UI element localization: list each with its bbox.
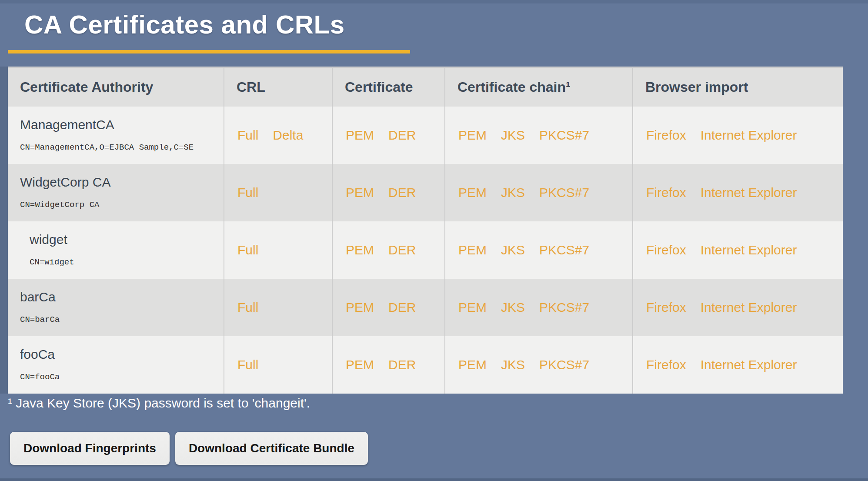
- certificate-chain-link[interactable]: JKS: [501, 185, 525, 200]
- title-underline: [8, 50, 410, 53]
- table-row: barCaCN=barCaFullPEMDERPEMJKSPKCS#7Firef…: [8, 279, 843, 336]
- certificate-cell: PEMDER: [332, 107, 445, 164]
- column-header-crl: CRL: [224, 67, 332, 107]
- chain-cell: PEMJKSPKCS#7: [445, 164, 633, 221]
- browser-cell: FirefoxInternet Explorer: [633, 164, 843, 221]
- certificate-link[interactable]: DER: [388, 357, 416, 372]
- certificate-chain-link[interactable]: PKCS#7: [539, 357, 589, 372]
- browser-import-link[interactable]: Internet Explorer: [701, 128, 797, 142]
- browser-import-link[interactable]: Firefox: [646, 357, 686, 372]
- crl-link[interactable]: Full: [237, 243, 258, 257]
- browser-import-link[interactable]: Internet Explorer: [701, 300, 797, 314]
- crl-cell: Full: [224, 221, 332, 279]
- crl-link[interactable]: Delta: [273, 128, 303, 142]
- certificate-chain-link[interactable]: JKS: [501, 243, 525, 257]
- browser-import-link[interactable]: Internet Explorer: [701, 185, 797, 200]
- certificate-link[interactable]: DER: [388, 128, 416, 142]
- browser-cell: FirefoxInternet Explorer: [633, 336, 843, 394]
- certificate-chain-link[interactable]: PKCS#7: [539, 128, 589, 142]
- certificate-chain-link[interactable]: PEM: [458, 128, 487, 142]
- browser-import-link[interactable]: Firefox: [646, 185, 686, 200]
- crl-cell: FullDelta: [224, 107, 332, 164]
- browser-cell: FirefoxInternet Explorer: [633, 107, 843, 164]
- ca-dn: CN=ManagementCA,O=EJBCA Sample,C=SE: [20, 144, 219, 152]
- bottom-edge: [0, 478, 868, 481]
- browser-cell: FirefoxInternet Explorer: [633, 221, 843, 279]
- chain-cell: PEMJKSPKCS#7: [445, 221, 633, 279]
- crl-link[interactable]: Full: [237, 128, 258, 142]
- ca-name: fooCa: [20, 348, 219, 361]
- browser-import-link[interactable]: Internet Explorer: [701, 357, 797, 372]
- ca-dn: CN=WidgetCorp CA: [20, 201, 219, 209]
- ca-name: ManagementCA: [20, 118, 219, 131]
- certificate-chain-link[interactable]: PKCS#7: [539, 243, 589, 257]
- top-edge: [0, 0, 868, 3]
- table-row: widgetCN=widgetFullPEMDERPEMJKSPKCS#7Fir…: [8, 221, 843, 279]
- crl-link[interactable]: Full: [237, 357, 258, 372]
- certificate-chain-link[interactable]: PEM: [458, 357, 487, 372]
- ca-dn: CN=widget: [20, 258, 219, 267]
- certificate-link[interactable]: PEM: [346, 300, 374, 314]
- certificate-chain-link[interactable]: JKS: [501, 300, 525, 314]
- certificate-cell: PEMDER: [332, 336, 445, 394]
- chain-cell: PEMJKSPKCS#7: [445, 336, 633, 394]
- ca-name: WidgetCorp CA: [20, 176, 219, 189]
- ca-dn: CN=barCa: [20, 316, 219, 324]
- certificate-link[interactable]: PEM: [346, 128, 374, 142]
- certificate-chain-link[interactable]: PKCS#7: [539, 300, 589, 314]
- table-body: ManagementCACN=ManagementCA,O=EJBCA Samp…: [8, 107, 843, 394]
- certificate-link[interactable]: DER: [388, 300, 416, 314]
- certificate-chain-link[interactable]: PKCS#7: [539, 185, 589, 200]
- crl-cell: Full: [224, 336, 332, 394]
- crl-cell: Full: [224, 279, 332, 336]
- column-header-certificate-authority: Certificate Authority: [8, 67, 224, 107]
- column-header-certificate-chain: Certificate chain¹: [445, 67, 633, 107]
- crl-link[interactable]: Full: [237, 185, 258, 200]
- browser-import-link[interactable]: Firefox: [646, 243, 686, 257]
- crl-link[interactable]: Full: [237, 300, 258, 314]
- certificate-link[interactable]: PEM: [346, 185, 374, 200]
- certificate-link[interactable]: DER: [388, 185, 416, 200]
- certificate-cell: PEMDER: [332, 221, 445, 279]
- certificate-chain-link[interactable]: JKS: [501, 357, 525, 372]
- certificate-chain-link[interactable]: JKS: [501, 128, 525, 142]
- page-title: CA Certificates and CRLs: [0, 0, 868, 40]
- chain-cell: PEMJKSPKCS#7: [445, 107, 633, 164]
- ca-cell: WidgetCorp CACN=WidgetCorp CA: [8, 164, 224, 221]
- table-header-row: Certificate Authority CRL Certificate Ce…: [8, 67, 843, 107]
- certificate-chain-link[interactable]: PEM: [458, 300, 487, 314]
- table-row: WidgetCorp CACN=WidgetCorp CAFullPEMDERP…: [8, 164, 843, 221]
- certificate-link[interactable]: DER: [388, 243, 416, 257]
- jks-footnote: ¹ Java Key Store (JKS) password is set t…: [8, 395, 868, 411]
- ca-cell: barCaCN=barCa: [8, 279, 224, 336]
- table-row: ManagementCACN=ManagementCA,O=EJBCA Samp…: [8, 107, 843, 164]
- certificate-cell: PEMDER: [332, 279, 445, 336]
- browser-import-link[interactable]: Firefox: [646, 128, 686, 142]
- column-header-browser-import: Browser import: [633, 67, 843, 107]
- browser-import-link[interactable]: Internet Explorer: [701, 243, 797, 257]
- download-fingerprints-button[interactable]: Download Fingerprints: [10, 432, 170, 465]
- certificate-chain-link[interactable]: PEM: [458, 243, 487, 257]
- ca-cell: ManagementCACN=ManagementCA,O=EJBCA Samp…: [8, 107, 224, 164]
- column-header-certificate: Certificate: [332, 67, 445, 107]
- certificate-cell: PEMDER: [332, 164, 445, 221]
- crl-cell: Full: [224, 164, 332, 221]
- button-row: Download Fingerprints Download Certifica…: [10, 432, 868, 465]
- ca-dn: CN=fooCa: [20, 373, 219, 381]
- ca-name: widget: [20, 233, 219, 246]
- ca-certificates-table: Certificate Authority CRL Certificate Ce…: [8, 67, 843, 394]
- ca-table-container: Certificate Authority CRL Certificate Ce…: [0, 67, 843, 394]
- download-certificate-bundle-button[interactable]: Download Certificate Bundle: [175, 432, 368, 465]
- ca-name: barCa: [20, 291, 219, 304]
- table-row: fooCaCN=fooCaFullPEMDERPEMJKSPKCS#7Firef…: [8, 336, 843, 394]
- browser-import-link[interactable]: Firefox: [646, 300, 686, 314]
- chain-cell: PEMJKSPKCS#7: [445, 279, 633, 336]
- browser-cell: FirefoxInternet Explorer: [633, 279, 843, 336]
- ca-cell: fooCaCN=fooCa: [8, 336, 224, 394]
- certificate-link[interactable]: PEM: [346, 243, 374, 257]
- certificate-chain-link[interactable]: PEM: [458, 185, 487, 200]
- certificate-link[interactable]: PEM: [346, 357, 374, 372]
- ca-cell: widgetCN=widget: [8, 221, 224, 279]
